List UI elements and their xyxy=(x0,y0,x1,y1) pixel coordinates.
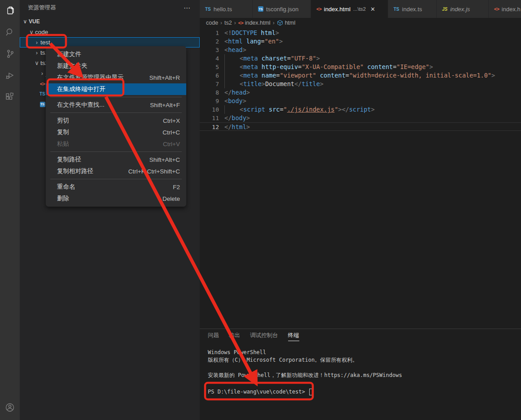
panel-tab-调试控制台[interactable]: 调试控制台 xyxy=(250,332,278,341)
account-icon[interactable] xyxy=(0,397,20,418)
tab-label: index.ts xyxy=(402,6,422,13)
line-number: 10 xyxy=(200,105,219,114)
code-line-12: 12</html> xyxy=(200,122,521,131)
terminal-cursor xyxy=(309,389,313,395)
line-content: <script src="./js/index.js"></script> xyxy=(219,105,375,114)
menu-item-[interactable]: 在集成终端中打开 xyxy=(46,83,186,95)
code-editor[interactable]: 1<!DOCTYPE html>2<html lang="en">3<head>… xyxy=(200,28,521,131)
code-line-7: 7<title>Document</title> xyxy=(200,80,521,88)
explorer-icon[interactable] xyxy=(0,0,20,22)
symbol-cube-icon xyxy=(277,20,283,26)
menu-item-label: 复制 xyxy=(57,128,69,136)
activity-bar xyxy=(0,0,20,420)
terminal-prompt[interactable]: PS D:\file-wang\vue\code\test> xyxy=(208,387,521,396)
bottom-panel: 问题输出调试控制台终端 Windows PowerShell版权所有（C） Mi… xyxy=(200,329,521,420)
breadcrumb-separator-icon: › xyxy=(234,20,236,26)
chevron-right-icon: › xyxy=(33,49,40,56)
tab-index-js[interactable]: JSindex.js xyxy=(437,0,489,18)
html-file-icon: <> xyxy=(40,81,45,87)
menu-item-[interactable]: 新建文件 xyxy=(46,48,186,60)
tab-bar: TShello.tsTStsconfig.json<>index.html...… xyxy=(200,0,521,18)
line-number: 3 xyxy=(200,46,219,54)
tab-hello-ts[interactable]: TShello.ts xyxy=(200,0,253,18)
menu-item-shortcut: Ctrl+C xyxy=(162,129,180,136)
panel-tab-输出[interactable]: 输出 xyxy=(229,332,240,341)
tree-item-code[interactable]: ∨code xyxy=(20,27,200,37)
menu-item-[interactable]: 在文件资源管理器中显示Shift+Alt+R xyxy=(46,72,186,83)
line-number: 7 xyxy=(200,80,219,88)
breadcrumb-label: code xyxy=(206,20,218,26)
menu-item-shortcut: Ctrl+X xyxy=(163,117,180,124)
explorer-more-actions-icon[interactable]: ⋯ xyxy=(184,4,191,12)
menu-item-shortcut: Delete xyxy=(162,195,180,202)
menu-item-label: 在文件夹中查找... xyxy=(57,101,105,109)
tab-description: ...\ts2 xyxy=(353,6,366,12)
breadcrumb-item-html[interactable]: html xyxy=(277,20,296,26)
code-line-8: 8</head> xyxy=(200,88,521,97)
code-line-11: 11</body> xyxy=(200,114,521,122)
source-control-icon[interactable] xyxy=(0,43,20,65)
code-line-2: 2<html lang="en"> xyxy=(200,37,521,46)
menu-item-[interactable]: 删除Delete xyxy=(46,193,186,204)
menu-item-shortcut: Shift+Alt+R xyxy=(149,74,180,81)
extensions-icon[interactable] xyxy=(0,86,20,108)
line-content: </head> xyxy=(219,88,250,97)
menu-item-label: 新建文件夹 xyxy=(57,62,88,70)
chevron-down-icon: ∨ xyxy=(33,60,40,66)
chevron-right-icon: › xyxy=(33,39,40,46)
tab-label: index.html xyxy=(324,6,350,13)
menu-item-[interactable]: 复制路径Shift+Alt+C xyxy=(46,154,186,165)
code-line-3: 3<head> xyxy=(200,46,521,54)
search-icon[interactable] xyxy=(0,22,20,43)
tab-index-h[interactable]: <>index.h xyxy=(489,0,521,18)
line-number: 6 xyxy=(200,71,219,80)
panel-tab-bar: 问题输出调试控制台终端 xyxy=(200,329,521,343)
terminal[interactable]: Windows PowerShell版权所有（C） Microsoft Corp… xyxy=(200,343,521,396)
terminal-prompt-text: PS D:\file-wang\vue\code\test> xyxy=(208,388,305,396)
html-file-icon: <> xyxy=(494,6,499,12)
section-header-vue[interactable]: ∨ VUE xyxy=(20,16,200,27)
run-debug-icon[interactable] xyxy=(0,65,20,86)
tab-tsconfig-json[interactable]: TStsconfig.json xyxy=(253,0,311,18)
line-number: 9 xyxy=(200,97,219,105)
breadcrumb-item-ts2[interactable]: ts2 xyxy=(224,20,232,26)
line-content: <title>Document</title> xyxy=(219,80,324,88)
line-number: 11 xyxy=(200,114,219,122)
code-line-4: 4<meta charset="UTF-8"> xyxy=(200,54,521,63)
menu-item-[interactable]: 复制Ctrl+C xyxy=(46,126,186,138)
menu-item-[interactable]: 重命名F2 xyxy=(46,181,186,193)
breadcrumb-label: ts2 xyxy=(224,20,232,26)
menu-item-shortcut: Ctrl+V xyxy=(163,141,180,147)
breadcrumb-label: index.html xyxy=(245,20,271,26)
tab-label: index.h xyxy=(502,6,521,13)
close-icon[interactable]: ✕ xyxy=(370,6,375,13)
tab-index-ts[interactable]: TSindex.ts xyxy=(388,0,437,18)
chevron-right-icon: › xyxy=(39,70,46,77)
breadcrumb: code›ts2›<>index.html›html xyxy=(200,18,521,28)
menu-item-[interactable]: 新建文件夹 xyxy=(46,60,186,72)
breadcrumb-item-index-html[interactable]: <>index.html xyxy=(238,20,271,26)
tab-label: tsconfig.json xyxy=(266,6,298,13)
menu-item-[interactable]: 复制相对路径Ctrl+K Ctrl+Shift+C xyxy=(46,165,186,177)
tab-label: hello.ts xyxy=(214,6,232,13)
line-content: <head> xyxy=(219,46,246,54)
menu-item-[interactable]: 在文件夹中查找...Shift+Alt+F xyxy=(46,99,186,111)
line-content: <meta http-equiv="X-UA-Compatible" conte… xyxy=(219,63,433,71)
tree-item-label: test xyxy=(40,39,50,46)
menu-item-[interactable]: 剪切Ctrl+X xyxy=(46,115,186,126)
terminal-line xyxy=(208,379,521,387)
breadcrumb-label: html xyxy=(285,20,296,26)
menu-item-shortcut: Shift+Alt+C xyxy=(149,156,180,163)
panel-tab-终端[interactable]: 终端 xyxy=(288,332,299,341)
line-number: 1 xyxy=(200,29,219,37)
line-content: <!DOCTYPE html> xyxy=(219,29,279,37)
tab-index-html[interactable]: <>index.html...\ts2✕ xyxy=(311,0,388,18)
line-number: 8 xyxy=(200,88,219,97)
breadcrumb-item-code[interactable]: code xyxy=(206,20,218,26)
explorer-title: 资源管理器 xyxy=(28,4,56,12)
panel-tab-问题[interactable]: 问题 xyxy=(208,332,219,341)
menu-separator xyxy=(50,179,182,179)
terminal-line: 版权所有（C） Microsoft Corporation。保留所有权利。 xyxy=(208,356,521,364)
line-number: 4 xyxy=(200,54,219,63)
section-label: VUE xyxy=(29,18,40,25)
